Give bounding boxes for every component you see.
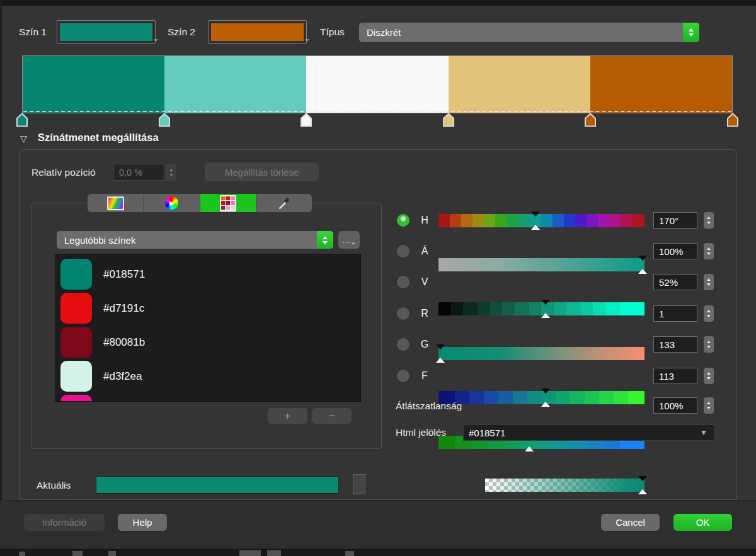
gradient-stop-handle[interactable] bbox=[727, 113, 739, 130]
opacity-gradient-overlay bbox=[485, 479, 644, 492]
channel-label-h: H bbox=[418, 215, 432, 226]
saturation-value-input[interactable]: 100% bbox=[653, 243, 697, 259]
relative-position-stepper[interactable] bbox=[166, 164, 176, 181]
slider-marker[interactable] bbox=[541, 389, 551, 407]
channel-label-red: R bbox=[418, 308, 432, 319]
palette-list-select[interactable]: Legutóbbi színek bbox=[57, 231, 333, 249]
color2-label: Szín 2 bbox=[168, 26, 195, 38]
color-swatch bbox=[60, 259, 92, 290]
green-slider[interactable] bbox=[438, 391, 644, 404]
remove-color-button[interactable]: − bbox=[312, 408, 352, 424]
gradient-editor-dialog: Szín 1 ⌄ Szín 2 ⌄ Típus Diszkrét bbox=[0, 0, 756, 556]
add-color-button[interactable]: + bbox=[268, 408, 307, 424]
color1-swatch bbox=[60, 23, 152, 41]
dropdown-triangle-icon[interactable]: ▼ bbox=[700, 428, 707, 437]
saturation-stepper[interactable] bbox=[704, 243, 714, 259]
slider-marker[interactable] bbox=[530, 212, 541, 230]
clear-stop-button[interactable]: Megállítás törlése bbox=[205, 162, 319, 181]
tab-color-wheel[interactable]: ▶ bbox=[144, 194, 200, 212]
gradient-stop-handle[interactable] bbox=[442, 113, 454, 130]
green-stepper[interactable] bbox=[704, 336, 714, 353]
gradient-preview-bar[interactable] bbox=[22, 55, 733, 113]
color-hex-label: #d7191c bbox=[103, 302, 144, 315]
gradient-band-3 bbox=[306, 56, 448, 113]
relative-position-input[interactable]: 0,0 % bbox=[113, 164, 165, 181]
radio-saturation[interactable] bbox=[397, 245, 410, 258]
window-top-edge bbox=[0, 0, 756, 6]
gradient-stop-handle[interactable] bbox=[301, 113, 312, 130]
opacity-label: Átlátszatlanság bbox=[396, 400, 462, 412]
hue-stepper[interactable] bbox=[704, 212, 714, 229]
gradient-band-4 bbox=[449, 56, 590, 113]
channel-label-saturation: Á bbox=[418, 246, 432, 257]
tab-eyedropper[interactable] bbox=[256, 194, 312, 212]
palette-list-select-value: Legutóbbi színek bbox=[57, 231, 317, 249]
channel-label-blue: F bbox=[418, 370, 432, 382]
info-button[interactable]: Információ bbox=[24, 514, 105, 531]
palette-more-button[interactable]: …⌄ bbox=[338, 231, 360, 249]
color-swatch bbox=[60, 395, 92, 402]
palette-icon bbox=[220, 195, 236, 212]
gradient-band-1 bbox=[23, 56, 164, 113]
opacity-slider[interactable] bbox=[485, 479, 644, 492]
blue-stepper[interactable] bbox=[704, 368, 714, 384]
radio-value[interactable] bbox=[397, 276, 410, 288]
value-value-input[interactable]: 52% bbox=[653, 274, 697, 290]
color-hex-label: #80081b bbox=[103, 336, 145, 349]
recent-colors-list[interactable]: #018571 #d7191c #80081b #d3f2ea bbox=[55, 254, 361, 402]
tab-spectrum[interactable] bbox=[88, 194, 144, 212]
color2-swatch bbox=[211, 23, 304, 41]
red-slider[interactable] bbox=[438, 347, 644, 360]
cancel-button[interactable]: Cancel bbox=[601, 514, 660, 531]
color1-swatch-well[interactable] bbox=[57, 20, 156, 44]
radio-red[interactable] bbox=[397, 307, 410, 320]
color-hex-label: #d3f2ea bbox=[103, 370, 142, 383]
value-stepper[interactable] bbox=[704, 274, 714, 290]
color-swatch bbox=[60, 293, 92, 324]
color2-chevron-icon[interactable]: ⌄ bbox=[304, 34, 311, 42]
ok-button[interactable]: OK bbox=[673, 514, 732, 531]
radio-blue[interactable] bbox=[397, 370, 410, 382]
saturation-slider[interactable] bbox=[438, 258, 644, 271]
window-bottom-edge bbox=[0, 548, 756, 556]
type-select-stepper-icon bbox=[683, 23, 699, 42]
opacity-stepper[interactable] bbox=[704, 397, 714, 414]
type-select[interactable]: Diszkrét bbox=[359, 23, 699, 42]
section-title: Színátmenet megállítása bbox=[38, 132, 159, 144]
gradient-stop-handle[interactable] bbox=[16, 113, 28, 130]
plus-icon: + bbox=[285, 410, 291, 423]
color1-chevron-icon[interactable]: ⌄ bbox=[152, 34, 159, 42]
radio-green[interactable] bbox=[397, 338, 410, 351]
current-color-label: Aktuális bbox=[37, 480, 71, 491]
red-value-input[interactable]: 1 bbox=[653, 305, 697, 322]
help-button[interactable]: Help bbox=[118, 514, 167, 531]
channel-label-value: V bbox=[418, 276, 432, 288]
color-hex-label: #018571 bbox=[103, 268, 145, 281]
html-notation-value: #018571 bbox=[469, 428, 505, 438]
blue-value-input[interactable]: 113 bbox=[653, 368, 697, 384]
gradient-stop-handle[interactable] bbox=[158, 113, 170, 130]
hue-slider[interactable] bbox=[438, 214, 644, 227]
palette-select-stepper-icon bbox=[317, 231, 333, 249]
opacity-value-input[interactable]: 100% bbox=[653, 397, 697, 414]
gradient-stop-handle[interactable] bbox=[585, 113, 597, 130]
gradient-stops-track bbox=[22, 113, 733, 128]
tab-palette[interactable] bbox=[200, 194, 256, 212]
green-value-input[interactable]: 133 bbox=[653, 336, 697, 353]
html-notation-label: Html jelölés bbox=[396, 427, 446, 438]
window-left-edge bbox=[0, 0, 2, 556]
red-stepper[interactable] bbox=[704, 305, 714, 322]
gradient-band-2 bbox=[164, 56, 306, 113]
html-notation-input[interactable]: #018571 ▼ bbox=[463, 424, 714, 441]
disclosure-triangle-icon[interactable]: ▽ bbox=[20, 133, 27, 144]
type-label: Típus bbox=[320, 26, 345, 38]
type-select-value: Diszkrét bbox=[359, 23, 683, 42]
current-color-side-swatch[interactable] bbox=[353, 474, 365, 494]
gradient-band-5 bbox=[590, 56, 732, 113]
slider-marker[interactable] bbox=[541, 300, 551, 318]
hue-value-input[interactable]: 170° bbox=[653, 212, 697, 229]
chevron-down-icon: ⌄ bbox=[350, 238, 356, 246]
value-slider[interactable] bbox=[438, 302, 644, 315]
color2-swatch-well[interactable] bbox=[208, 20, 307, 44]
radio-h[interactable] bbox=[397, 214, 410, 227]
